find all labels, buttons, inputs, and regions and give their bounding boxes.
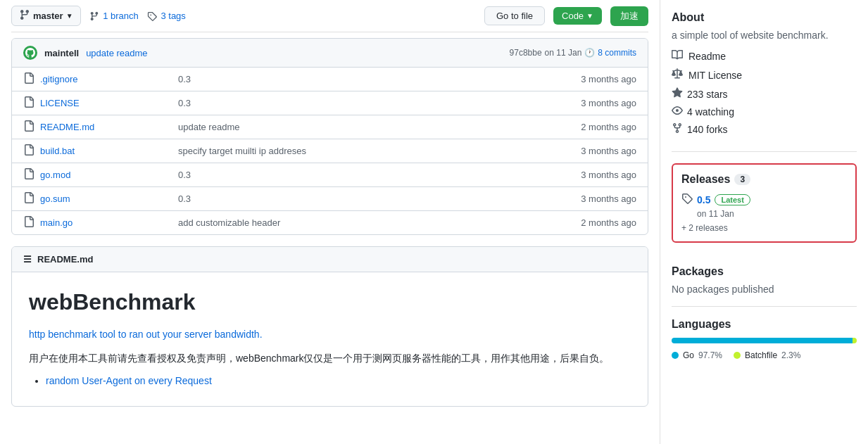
file-name-link[interactable]: LICENSE [40,98,167,108]
readme-label: Readme [688,51,726,62]
file-age: 3 months ago [581,74,636,84]
file-icon [23,168,34,182]
branch-count-link[interactable]: 1 branch [89,11,139,22]
file-name-link[interactable]: go.mod [40,170,167,180]
file-commit: specify target muilti ip addreses [167,146,581,156]
languages-section: Languages Go 97.7% Batchfile 2.3% [672,307,857,372]
git-branch-icon [19,9,30,23]
commit-author[interactable]: maintell [44,48,79,58]
file-commit: 0.3 [167,194,581,204]
releases-title: Releases [681,173,730,186]
table-row: .gitignore 0.3 3 months ago [12,68,648,91]
lang-item-go: Go 97.7% [672,350,722,360]
file-commit: 0.3 [167,170,581,180]
language-legend: Go 97.7% Batchfile 2.3% [672,350,857,360]
readme-list-link[interactable]: random User-Agent on every Request [46,375,212,386]
file-icon [23,216,34,229]
file-commit: add customizable header [167,217,581,228]
commit-meta: 97c8bbe on 11 Jan 🕐 8 commits [510,48,636,58]
file-age: 3 months ago [581,194,636,204]
license-label: MIT License [688,70,742,81]
file-table: maintell update readme 97c8bbe on 11 Jan… [11,38,648,235]
file-icon [23,96,34,110]
star-icon [672,87,683,101]
file-name-link[interactable]: build.bat [40,146,167,156]
branch-name: master [33,11,63,21]
packages-section: Packages No packages published [672,254,857,307]
watching-count-link[interactable]: 4 watching [687,106,734,118]
chevron-down-icon: ▼ [66,12,73,20]
file-icon [23,192,34,205]
readme-content: webBenchmark http benchmark tool to ran … [12,272,648,406]
lang-bar-batch [853,338,857,343]
readme-link[interactable]: Readme [672,49,857,63]
batch-pct: 2.3% [781,350,800,360]
tag-icon [681,193,693,206]
lang-item-batch: Batchfile 2.3% [734,350,800,360]
release-date: on 11 Jan [681,209,847,219]
file-icon [23,144,34,158]
forks-row: 140 forks [672,122,857,136]
readme-link[interactable]: http benchmark tool to ran out your serv… [29,329,263,340]
tag-count-link[interactable]: 3 tags [147,11,186,22]
release-item: 0.5 Latest [681,193,847,206]
release-version-link[interactable]: 0.5 [697,194,710,205]
readme-title: webBenchmark [29,289,631,315]
speed-button[interactable]: 加速 [610,6,648,26]
batch-label: Batchfile [745,350,777,360]
about-desc: a simple tool of website benchmark. [672,30,857,41]
table-row: LICENSE 0.3 3 months ago [12,91,648,115]
go-dot [672,352,679,359]
file-age: 3 months ago [581,98,636,108]
about-title: About [672,11,857,24]
forks-count-link[interactable]: 140 forks [687,124,728,135]
go-label: Go [683,350,694,360]
file-name-link[interactable]: main.go [40,217,167,228]
no-packages: No packages published [672,284,857,295]
table-row: README.md update readme 2 months ago [12,115,648,139]
readme-filename: README.md [37,254,93,265]
chevron-down-icon: ▼ [586,12,593,20]
stars-row: 233 stars [672,87,857,101]
file-icon [23,120,34,134]
sidebar: About a simple tool of website benchmark… [660,0,868,444]
book-icon [672,49,683,63]
readme-list: random User-Agent on every Request [29,375,631,386]
file-age: 3 months ago [581,170,636,180]
file-name-link[interactable]: .gitignore [40,74,167,84]
list-item: random User-Agent on every Request [46,375,631,386]
releases-count: 3 [734,174,750,185]
branch-link: 1 branch [103,11,139,21]
branch-selector[interactable]: master ▼ [11,6,81,26]
license-link[interactable]: MIT License [672,68,857,82]
file-commit: update readme [167,122,581,132]
go-to-file-button[interactable]: Go to file [484,6,545,25]
commit-date: on 11 Jan [545,48,582,58]
language-bar [672,338,857,343]
table-row: build.bat specify target muilti ip addre… [12,139,648,163]
watching-row: 4 watching [672,105,857,118]
fork-icon [672,122,683,136]
file-commit: 0.3 [167,98,581,108]
languages-title: Languages [672,318,857,331]
more-releases-link[interactable]: + 2 releases [681,223,847,233]
commits-count-link[interactable]: 8 commits [598,48,636,58]
list-icon: ☰ [23,254,32,265]
lang-bar-go [672,338,853,343]
file-commit: 0.3 [167,74,581,84]
readme-para1: http benchmark tool to ran out your serv… [29,326,631,342]
file-age: 3 months ago [581,146,636,156]
file-name-link[interactable]: go.sum [40,194,167,204]
author-avatar [23,46,37,60]
latest-badge: Latest [715,194,750,205]
file-age: 2 months ago [581,122,636,132]
about-section: About a simple tool of website benchmark… [672,0,857,152]
file-age: 2 months ago [581,217,636,228]
commit-message-link[interactable]: update readme [86,48,147,58]
table-row: go.mod 0.3 3 months ago [12,163,648,187]
table-row: main.go add customizable header 2 months… [12,211,648,234]
code-button[interactable]: Code ▼ [553,7,602,25]
stars-count-link[interactable]: 233 stars [687,89,728,100]
commit-row: maintell update readme 97c8bbe on 11 Jan… [12,39,648,68]
file-name-link[interactable]: README.md [40,122,167,132]
